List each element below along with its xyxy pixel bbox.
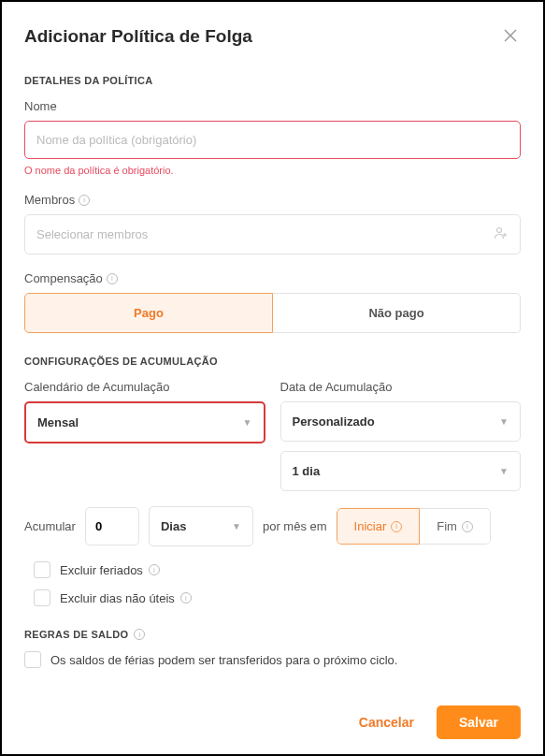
- svg-point-2: [497, 228, 502, 233]
- exclude-holidays-checkbox[interactable]: [34, 561, 50, 578]
- exclude-nonworking-checkbox[interactable]: [34, 589, 50, 606]
- members-select[interactable]: Selecionar membros: [24, 214, 521, 254]
- info-icon[interactable]: i: [180, 592, 192, 603]
- carryforward-label: Os saldos de férias podem ser transferid…: [50, 653, 397, 667]
- accrual-schedule-select[interactable]: Mensal ▼: [24, 401, 265, 443]
- exclude-holidays-label: Excluir feriados i: [60, 563, 160, 577]
- name-error: O nome da política é obrigatório.: [24, 165, 521, 176]
- unpaid-toggle[interactable]: Não pago: [273, 293, 521, 333]
- carryforward-checkbox[interactable]: [24, 651, 41, 668]
- info-icon: i: [462, 521, 473, 532]
- chevron-down-icon: ▼: [243, 417, 252, 428]
- end-toggle[interactable]: Fim i: [420, 508, 491, 545]
- info-icon[interactable]: i: [107, 273, 118, 284]
- accrual-config-heading: CONFIGURAÇÕES DE ACUMULAÇÃO: [24, 356, 521, 367]
- chevron-down-icon: ▼: [499, 416, 509, 427]
- balance-rules-heading: REGRAS DE SALDO: [24, 629, 128, 640]
- name-input[interactable]: [24, 121, 521, 159]
- name-label: Nome: [24, 99, 521, 113]
- compensation-label: Compensação i: [24, 271, 521, 285]
- chevron-down-icon: ▼: [499, 466, 509, 476]
- start-toggle[interactable]: Iniciar i: [337, 508, 421, 545]
- accrual-schedule-label: Calendário de Acumulação: [24, 380, 265, 394]
- accrue-amount-input[interactable]: [85, 507, 139, 545]
- info-icon[interactable]: i: [79, 195, 90, 206]
- policy-details-heading: DETALHES DA POLÍTICA: [24, 75, 521, 86]
- modal-title: Adicionar Política de Folga: [24, 26, 252, 47]
- info-icon: i: [391, 521, 402, 532]
- accrual-date-select[interactable]: Personalizado ▼: [280, 401, 522, 442]
- save-button[interactable]: Salvar: [437, 705, 521, 739]
- members-label: Membros i: [24, 193, 521, 207]
- accrue-label: Acumular: [24, 519, 76, 533]
- accrual-date-label: Data de Acumulação: [280, 380, 522, 394]
- chevron-down-icon: ▼: [232, 521, 241, 531]
- paid-toggle[interactable]: Pago: [24, 293, 273, 333]
- add-person-icon: [494, 226, 509, 242]
- exclude-nonworking-label: Excluir dias não úteis i: [60, 591, 192, 605]
- per-month-label: por mês em: [263, 519, 327, 533]
- close-button[interactable]: [500, 24, 521, 49]
- accrual-day-select[interactable]: 1 dia ▼: [280, 451, 522, 491]
- info-icon[interactable]: i: [149, 564, 160, 575]
- members-placeholder: Selecionar membros: [36, 227, 148, 241]
- close-icon: [504, 27, 517, 46]
- cancel-button[interactable]: Cancelar: [351, 705, 422, 739]
- accrue-unit-select[interactable]: Dias ▼: [149, 506, 253, 546]
- info-icon[interactable]: i: [134, 629, 145, 640]
